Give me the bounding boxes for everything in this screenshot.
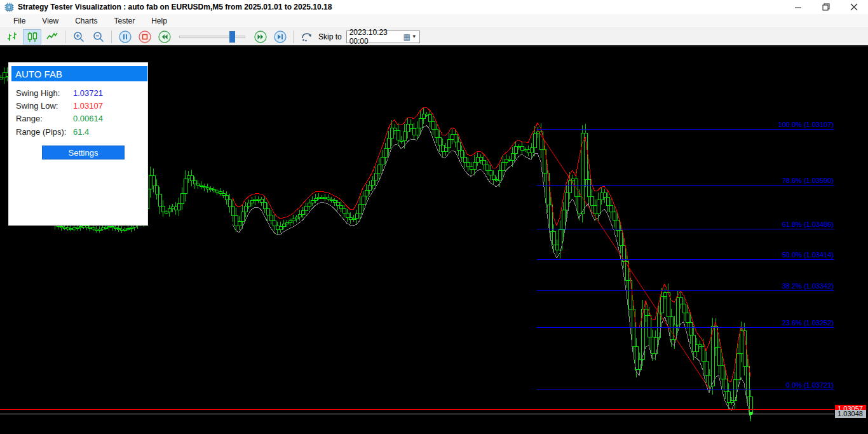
skip-to-end-button[interactable] xyxy=(271,29,289,44)
menu-charts[interactable]: Charts xyxy=(67,15,105,27)
close-icon xyxy=(850,3,858,11)
rewind-button[interactable] xyxy=(155,29,173,44)
skip-to-date-icon xyxy=(300,30,314,44)
range-pips-label: Range (Pips): xyxy=(16,127,66,137)
calendar-icon[interactable]: ▦ xyxy=(403,32,410,41)
pause-button[interactable] xyxy=(116,29,134,44)
toolbar-separator xyxy=(65,31,65,43)
restore-button[interactable] xyxy=(812,0,840,14)
rewind-icon xyxy=(158,30,172,44)
menu-file[interactable]: File xyxy=(5,15,34,27)
skip-date-input[interactable]: 2023.10.23 00:00 ▦ ▼ xyxy=(346,31,420,43)
close-button[interactable] xyxy=(840,0,868,14)
swing-high-row: Swing High: 1.03721 xyxy=(16,88,144,98)
skip-to-end-icon xyxy=(273,30,287,44)
swing-low-value: 1.03107 xyxy=(73,101,103,111)
range-pips-value: 61.4 xyxy=(73,127,89,137)
toolbar-separator xyxy=(111,31,112,43)
bars-chart-icon xyxy=(6,31,19,43)
svg-text:61.8% (1.03486): 61.8% (1.03486) xyxy=(782,220,834,228)
skip-to-date-button[interactable] xyxy=(297,29,316,44)
bars-chart-button[interactable] xyxy=(3,29,22,44)
menu-tester[interactable]: Tester xyxy=(105,15,143,27)
window-title: Strategy Tester Visualization : auto fab… xyxy=(18,3,332,11)
range-pips-row: Range (Pips): 61.4 xyxy=(16,127,144,137)
svg-text:38.2% (1.03342): 38.2% (1.03342) xyxy=(782,282,834,290)
app-icon xyxy=(4,3,14,12)
svg-text:1.03048: 1.03048 xyxy=(837,410,863,417)
skip-to-label: Skip to xyxy=(318,32,342,41)
dropdown-arrow-icon[interactable]: ▼ xyxy=(412,34,417,39)
line-chart-icon xyxy=(46,31,58,43)
swing-high-value: 1.03721 xyxy=(73,88,103,98)
fast-forward-icon xyxy=(254,30,268,44)
auto-fab-panel-header: AUTO FAB xyxy=(11,66,147,81)
skip-date-value[interactable]: 2023.10.23 00:00 xyxy=(349,28,403,46)
candles-chart-icon xyxy=(26,31,39,43)
toolbar: Skip to 2023.10.23 00:00 ▦ ▼ xyxy=(0,28,868,46)
minimize-icon xyxy=(795,4,802,11)
auto-fab-title: AUTO FAB xyxy=(15,69,62,79)
swing-high-label: Swing High: xyxy=(16,88,60,98)
menu-help[interactable]: Help xyxy=(143,15,175,27)
svg-text:78.6% (1.03590): 78.6% (1.03590) xyxy=(782,177,834,184)
speed-slider-handle[interactable] xyxy=(229,31,235,43)
strategy-tester-window: Strategy Tester Visualization : auto fab… xyxy=(0,0,868,434)
title-bar: Strategy Tester Visualization : auto fab… xyxy=(0,0,868,14)
line-chart-button[interactable] xyxy=(43,29,61,44)
restore-icon xyxy=(822,3,830,11)
speed-slider-track[interactable] xyxy=(179,36,245,38)
stop-icon xyxy=(138,30,152,44)
zoom-out-icon xyxy=(92,31,105,43)
zoom-in-icon xyxy=(72,31,85,43)
speed-slider[interactable] xyxy=(179,31,245,43)
menu-view[interactable]: View xyxy=(34,15,67,27)
zoom-in-button[interactable] xyxy=(69,29,88,44)
zoom-out-button[interactable] xyxy=(89,29,107,44)
range-row: Range: 0.00614 xyxy=(16,114,144,124)
menu-bar: File View Charts Tester Help xyxy=(0,14,868,28)
svg-text:0.0% (1.03721): 0.0% (1.03721) xyxy=(786,381,834,389)
svg-text:23.6% (1.03252): 23.6% (1.03252) xyxy=(782,319,834,327)
toolbar-separator xyxy=(293,31,294,43)
range-label: Range: xyxy=(16,114,43,123)
svg-text:50.0% (1.03414): 50.0% (1.03414) xyxy=(782,251,834,259)
pause-icon xyxy=(118,30,132,44)
candles-chart-button[interactable] xyxy=(23,29,41,44)
range-value: 0.00614 xyxy=(73,114,103,123)
svg-text:100.0% (1.03107): 100.0% (1.03107) xyxy=(778,121,834,128)
swing-low-row: Swing Low: 1.03107 xyxy=(16,101,144,111)
stop-button[interactable] xyxy=(135,29,154,44)
minimize-button[interactable] xyxy=(784,0,812,14)
settings-button[interactable]: Settings xyxy=(42,146,125,159)
fast-forward-button[interactable] xyxy=(251,29,269,44)
auto-fab-panel: AUTO FAB Swing High: 1.03721 Swing Low: … xyxy=(8,62,148,226)
swing-low-label: Swing Low: xyxy=(16,101,58,111)
